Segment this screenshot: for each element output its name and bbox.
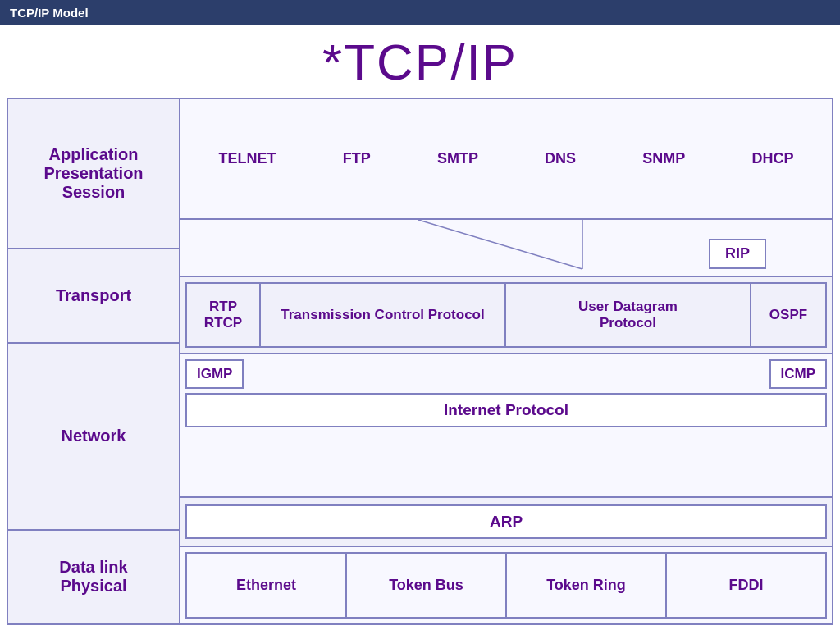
proto-token-ring: Token Ring bbox=[507, 554, 667, 617]
arp-row: ARP bbox=[180, 498, 832, 547]
transport-row: RTPRTCP Transmission Control Protocol Us… bbox=[180, 277, 832, 355]
osi-datalink-label: Data linkPhysical bbox=[59, 558, 127, 596]
datalink-row: Ethernet Token Bus Token Ring FDDI bbox=[180, 547, 832, 623]
proto-snmp: SNMP bbox=[642, 150, 685, 167]
network-top: IGMP ICMP bbox=[185, 359, 827, 389]
osi-datalink-row: Data linkPhysical bbox=[8, 531, 179, 623]
proto-fddi: FDDI bbox=[667, 554, 825, 617]
title-text: TCP/IP Model bbox=[10, 6, 89, 20]
osi-column: ApplicationPresentationSession Transport… bbox=[8, 99, 180, 623]
content-area: ApplicationPresentationSession Transport… bbox=[7, 98, 833, 625]
osi-transport-row: Transport bbox=[8, 249, 179, 344]
rip-area: RIP bbox=[180, 220, 832, 277]
proto-ospf: OSPF bbox=[751, 284, 825, 347]
svg-line-0 bbox=[418, 220, 582, 269]
osi-app-row: ApplicationPresentationSession bbox=[8, 99, 179, 249]
proto-smtp: SMTP bbox=[437, 150, 478, 167]
proto-icmp: ICMP bbox=[769, 359, 828, 389]
title-bar: TCP/IP Model bbox=[0, 0, 840, 25]
proto-telnet: TELNET bbox=[219, 150, 276, 167]
transport-inner: RTPRTCP Transmission Control Protocol Us… bbox=[185, 282, 827, 349]
proto-token-bus: Token Bus bbox=[347, 554, 507, 617]
proto-tcp: Transmission Control Protocol bbox=[261, 284, 506, 347]
proto-rtp: RTPRTCP bbox=[187, 284, 261, 347]
osi-network-row: Network bbox=[8, 344, 179, 531]
tcpip-column: TELNET FTP SMTP DNS SNMP DHCP RIP RTPRTC… bbox=[180, 99, 832, 623]
main-title: *TCP/IP bbox=[0, 25, 840, 98]
proto-arp: ARP bbox=[185, 504, 827, 539]
app-protocols-row: TELNET FTP SMTP DNS SNMP DHCP bbox=[180, 99, 832, 220]
proto-dhcp: DHCP bbox=[751, 150, 793, 167]
proto-dns: DNS bbox=[545, 150, 576, 167]
osi-app-label: ApplicationPresentationSession bbox=[43, 145, 143, 202]
proto-udp: User DatagramProtocol bbox=[506, 284, 751, 347]
osi-network-label: Network bbox=[62, 427, 126, 445]
osi-transport-label: Transport bbox=[56, 286, 131, 305]
proto-igmp: IGMP bbox=[185, 359, 244, 389]
proto-ftp: FTP bbox=[343, 150, 371, 167]
network-row: IGMP ICMP Internet Protocol bbox=[180, 354, 832, 498]
proto-ethernet: Ethernet bbox=[187, 554, 347, 617]
datalink-inner: Ethernet Token Bus Token Ring FDDI bbox=[185, 552, 827, 619]
proto-ip: Internet Protocol bbox=[185, 393, 827, 427]
rip-box: RIP bbox=[709, 239, 766, 269]
